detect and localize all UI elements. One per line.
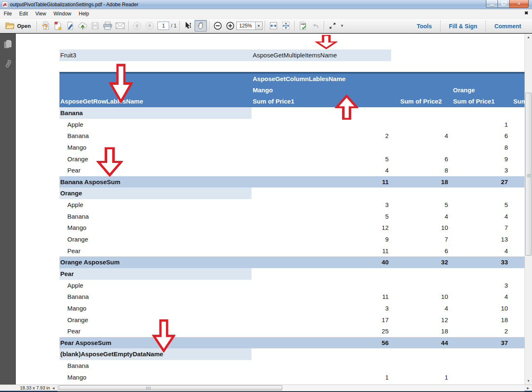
cell-value: 3 <box>456 165 508 176</box>
cell-value: 5 <box>244 211 389 222</box>
page-dimensions-label: 18.33 x 7.93 in <box>20 385 50 390</box>
minimize-button[interactable] <box>486 0 498 8</box>
hand-tool-button[interactable] <box>195 20 207 32</box>
page-thumbnails-icon[interactable] <box>3 39 12 49</box>
page-number-input[interactable]: 1 <box>158 22 169 30</box>
toolbar-overflow-chevron-icon[interactable]: ▼ <box>340 24 344 28</box>
row-label: Pear <box>67 245 81 257</box>
cell-value: 6 <box>398 153 448 165</box>
cell-value: 2 <box>244 130 389 142</box>
export-pdf-button[interactable] <box>39 20 52 32</box>
cloud-upload-icon <box>78 21 88 30</box>
cell-value: 4 <box>456 291 508 303</box>
cell-value: 4 <box>398 211 448 222</box>
menu-edit[interactable]: Edit <box>15 10 32 18</box>
previous-page-button[interactable] <box>131 20 143 32</box>
fit-width-icon <box>269 21 278 30</box>
cell-value: 10 <box>456 303 508 314</box>
pivot-row-item: Orange171218 <box>59 314 525 326</box>
pivot-row-sum: Orange AsposeSum403233 <box>59 256 525 268</box>
cell-value: 33 <box>456 256 508 268</box>
vertical-scrollbar-thumb[interactable] <box>525 93 532 256</box>
row-label: Mango <box>67 142 86 153</box>
fit-page-button[interactable] <box>280 20 292 32</box>
cell-value: 9 <box>456 153 508 165</box>
tools-panel-button[interactable]: Tools <box>409 21 440 32</box>
row-label: Banana <box>67 211 89 222</box>
sign-document-icon <box>66 21 75 30</box>
print-button[interactable] <box>101 20 114 32</box>
previous-page-icon <box>133 21 142 30</box>
print-icon <box>103 21 113 30</box>
scroll-left-icon[interactable]: ◀ <box>51 385 56 391</box>
pivot-row-item: Apple1 <box>59 119 525 131</box>
row-label: Mango <box>67 372 86 383</box>
pivot-rows: BananaApple1Banana246Mango8Orange569Pear… <box>59 107 525 383</box>
fill-sign-panel-button[interactable]: Fill & Sign <box>441 21 485 32</box>
spellcheck-button[interactable]: ABC <box>297 20 309 32</box>
window-title: outputPivotTableGlobalizationSettings.pd… <box>10 2 138 7</box>
comment-panel-button[interactable]: Comment <box>486 21 530 32</box>
zoom-out-button[interactable] <box>212 20 224 32</box>
row-label: Orange <box>67 314 88 326</box>
horizontal-scrollbar[interactable] <box>57 385 525 391</box>
annotation-arrow-down-empty-data <box>152 319 175 353</box>
annotation-arrow-down-multiple-items <box>315 35 337 49</box>
email-button[interactable] <box>114 20 126 32</box>
cell-value: 2 <box>456 325 508 337</box>
pdf-page: Fruit3 AsposeGetMultipleItemsName Aspose… <box>16 34 525 385</box>
sign-document-button[interactable] <box>64 20 76 32</box>
fit-page-icon <box>281 21 291 30</box>
row-label: Banana AsposeSum <box>60 176 121 188</box>
vertical-scrollbar[interactable]: ▲ ▼ <box>525 34 532 385</box>
zoom-level-input[interactable]: 125% <box>236 22 256 30</box>
zoom-dropdown-button[interactable]: ▼ <box>256 22 263 30</box>
cell-value: 11 <box>244 176 389 188</box>
pivot-row-item: Mango3410 <box>59 303 525 314</box>
scroll-up-icon[interactable]: ▲ <box>525 34 532 41</box>
pivot-row-item: Apple3 <box>59 280 525 291</box>
menu-file[interactable]: File <box>0 10 15 18</box>
pivot-row-item: Apple355 <box>59 199 525 211</box>
filter-field-label: Fruit3 <box>60 49 76 61</box>
cell-value: 8 <box>456 142 508 153</box>
menu-help[interactable]: Help <box>75 10 93 18</box>
cell-value: 1 <box>398 372 448 383</box>
horizontal-scrollbar-thumb[interactable] <box>59 385 282 390</box>
undo-button[interactable] <box>309 20 322 32</box>
row-label: Mango <box>67 303 86 314</box>
select-tool-button[interactable] <box>182 20 195 32</box>
open-button[interactable]: Open <box>2 20 34 32</box>
adobe-reader-window: outputPivotTableGlobalizationSettings.pd… <box>0 0 532 392</box>
close-document-icon[interactable]: ✖ <box>525 10 528 16</box>
restore-button[interactable] <box>498 0 510 8</box>
cell-value: 7 <box>456 222 508 234</box>
row-label: Mango <box>67 222 86 234</box>
menu-window[interactable]: Window <box>50 10 75 18</box>
create-pdf-button[interactable] <box>52 20 64 32</box>
zoom-in-button[interactable] <box>224 20 236 32</box>
cell-value: 17 <box>244 314 389 326</box>
row-label: (blank)AsposeGetEmptyDataName <box>60 348 163 360</box>
save-button[interactable] <box>89 20 101 32</box>
toolbar: Open <box>0 18 532 33</box>
row-label: Banana <box>67 360 89 372</box>
scroll-down-icon[interactable]: ▼ <box>525 377 532 385</box>
row-label: Banana <box>60 107 83 119</box>
cloud-upload-button[interactable] <box>76 20 89 32</box>
adobe-pdf-icon <box>2 2 8 7</box>
attachments-paperclip-icon[interactable] <box>4 59 12 69</box>
annotation-arrow-up-column-labels <box>335 95 358 120</box>
pivot-row-item: Orange9713 <box>59 234 525 245</box>
fit-width-button[interactable] <box>267 20 280 32</box>
cell-value: 10 <box>398 222 448 234</box>
next-page-button[interactable] <box>143 20 156 32</box>
menu-view[interactable]: View <box>32 10 50 18</box>
spellcheck-icon: ABC <box>298 21 308 30</box>
scroll-right-icon[interactable]: ▶ <box>525 385 531 391</box>
cell-value: 9 <box>244 234 389 245</box>
cell-value: 11 <box>244 245 389 257</box>
fullscreen-button[interactable] <box>326 20 339 32</box>
close-button[interactable]: ✕ <box>510 0 529 8</box>
row-label: Banana <box>67 291 89 303</box>
